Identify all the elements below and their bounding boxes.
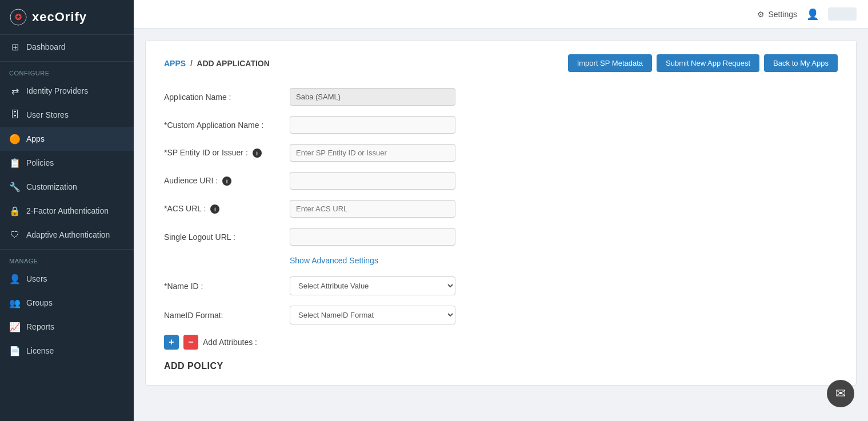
nameid-format-label: NameID Format: [164, 311, 290, 320]
sidebar-item-policies[interactable]: 📋 Policies [0, 151, 134, 175]
sp-entity-input[interactable] [290, 144, 455, 162]
acs-url-label-text: *ACS URL : [164, 204, 206, 213]
name-id-label: *Name ID : [164, 282, 290, 291]
sidebar-item-customization-label: Customization [26, 182, 77, 191]
logo-text: xecOrify [32, 10, 87, 25]
sidebar-item-users[interactable]: 👤 Users [0, 267, 134, 291]
sidebar-item-apps[interactable]: 🟠 Apps [0, 127, 134, 151]
sidebar-item-adaptive-auth-label: Adaptive Authentication [26, 230, 110, 239]
settings-link[interactable]: ⚙ Settings [757, 10, 797, 19]
nameid-format-select[interactable]: Select NameID Format [290, 306, 455, 324]
sidebar-item-groups[interactable]: 👥 Groups [0, 291, 134, 315]
sidebar-item-reports[interactable]: 📈 Reports [0, 315, 134, 339]
audience-uri-info-icon[interactable]: i [222, 177, 231, 186]
page-header: APPS / ADD APPLICATION Import SP Metadat… [164, 54, 838, 72]
users-icon: 👤 [9, 273, 21, 284]
gear-icon: ⚙ [757, 10, 765, 19]
sidebar-item-user-stores[interactable]: 🗄 User Stores [0, 103, 134, 127]
breadcrumb-current: ADD APPLICATION [197, 59, 270, 68]
add-policy-title: ADD POLICY [164, 361, 838, 371]
svg-text:✪: ✪ [15, 13, 22, 22]
sidebar-item-reports-label: Reports [26, 322, 54, 331]
two-factor-icon: 🔒 [9, 205, 21, 216]
application-name-label: Application Name : [164, 93, 290, 102]
sidebar-item-users-label: Users [26, 274, 47, 283]
sp-entity-info-icon[interactable]: i [253, 149, 262, 158]
back-to-apps-button[interactable]: Back to My Apps [764, 54, 838, 72]
add-attribute-plus-button[interactable]: + [164, 335, 179, 350]
import-sp-metadata-button[interactable]: Import SP Metadata [568, 54, 652, 72]
apps-icon: 🟠 [9, 133, 21, 145]
name-id-select[interactable]: Select Attribute Value [290, 276, 455, 295]
application-name-row: Application Name : document.querySelecto… [164, 88, 838, 106]
user-stores-icon: 🗄 [9, 109, 21, 121]
audience-uri-label: Audience URI : i [164, 176, 290, 186]
single-logout-url-row: Single Logout URL : [164, 228, 838, 246]
identity-providers-icon: ⇄ [9, 85, 21, 97]
sidebar: ✪ xecOrify ⊞ Dashboard Configure ⇄ Ident… [0, 0, 134, 421]
license-icon: 📄 [9, 345, 21, 356]
add-attribute-minus-button[interactable]: − [183, 335, 198, 350]
acs-url-info-icon[interactable]: i [210, 205, 219, 214]
sidebar-item-license[interactable]: 📄 License [0, 339, 134, 363]
sp-entity-row: *SP Entity ID or Issuer : i [164, 144, 838, 162]
custom-app-name-label: *Custom Application Name : [164, 121, 290, 130]
breadcrumb: APPS / ADD APPLICATION [164, 59, 270, 68]
dashboard-icon: ⊞ [9, 41, 21, 53]
application-name-input[interactable] [290, 88, 455, 106]
sidebar-item-user-stores-label: User Stores [26, 110, 69, 119]
content-area: APPS / ADD APPLICATION Import SP Metadat… [134, 29, 868, 421]
groups-icon: 👥 [9, 297, 21, 308]
sidebar-item-customization[interactable]: 🔧 Customization [0, 175, 134, 199]
submit-new-app-request-button[interactable]: Submit New App Request [657, 54, 759, 72]
adaptive-auth-icon: 🛡 [9, 229, 21, 240]
name-id-row: *Name ID : Select Attribute Value [164, 276, 838, 295]
main-area: ⚙ Settings 👤 APPS / ADD APPLICATION Impo… [134, 0, 868, 421]
content-inner: APPS / ADD APPLICATION Import SP Metadat… [145, 40, 857, 386]
acs-url-label: *ACS URL : i [164, 204, 290, 214]
sidebar-item-adaptive-auth[interactable]: 🛡 Adaptive Authentication [0, 223, 134, 247]
sidebar-item-license-label: License [26, 346, 54, 355]
message-icon: ✉ [835, 386, 846, 401]
single-logout-url-label: Single Logout URL : [164, 232, 290, 242]
customization-icon: 🔧 [9, 181, 21, 193]
audience-uri-label-text: Audience URI : [164, 176, 218, 185]
add-attributes-row: + − Add Attributes : [164, 335, 838, 350]
sidebar-item-dashboard-label: Dashboard [26, 42, 66, 51]
sidebar-item-apps-label: Apps [26, 134, 45, 143]
advanced-settings-link[interactable]: Show Advanced Settings [290, 256, 378, 265]
custom-app-name-input[interactable] [290, 116, 455, 134]
breadcrumb-apps-link[interactable]: APPS [164, 59, 186, 68]
add-attributes-label: Add Attributes : [203, 338, 257, 347]
sidebar-item-identity-providers-label: Identity Providers [26, 86, 88, 95]
policies-icon: 📋 [9, 157, 21, 169]
manage-section-label: Manage [0, 252, 134, 267]
breadcrumb-separator: / [190, 59, 193, 68]
sidebar-item-two-factor[interactable]: 🔒 2-Factor Authentication [0, 199, 134, 223]
single-logout-url-input[interactable] [290, 228, 455, 246]
topbar: ⚙ Settings 👤 [134, 0, 868, 29]
sp-entity-label: *SP Entity ID or Issuer : i [164, 148, 290, 158]
logo-icon: ✪ [9, 8, 27, 26]
sidebar-item-policies-label: Policies [26, 158, 54, 167]
settings-label: Settings [768, 10, 797, 19]
configure-section-label: Configure [0, 64, 134, 79]
header-buttons: Import SP Metadata Submit New App Reques… [568, 54, 838, 72]
sidebar-item-groups-label: Groups [26, 298, 53, 307]
audience-uri-input[interactable] [290, 172, 455, 190]
logo-area: ✪ xecOrify [0, 0, 134, 35]
custom-app-name-row: *Custom Application Name : [164, 116, 838, 134]
user-name-display [828, 7, 857, 21]
sidebar-item-dashboard[interactable]: ⊞ Dashboard [0, 35, 134, 59]
acs-url-row: *ACS URL : i [164, 200, 838, 218]
sp-entity-label-text: *SP Entity ID or Issuer : [164, 148, 248, 157]
nameid-format-row: NameID Format: Select NameID Format [164, 306, 838, 324]
sidebar-item-identity-providers[interactable]: ⇄ Identity Providers [0, 79, 134, 103]
acs-url-input[interactable] [290, 200, 455, 218]
sidebar-item-two-factor-label: 2-Factor Authentication [26, 206, 109, 215]
reports-icon: 📈 [9, 321, 21, 332]
message-fab[interactable]: ✉ [827, 380, 854, 407]
user-avatar-icon: 👤 [806, 8, 819, 21]
audience-uri-row: Audience URI : i [164, 172, 838, 190]
